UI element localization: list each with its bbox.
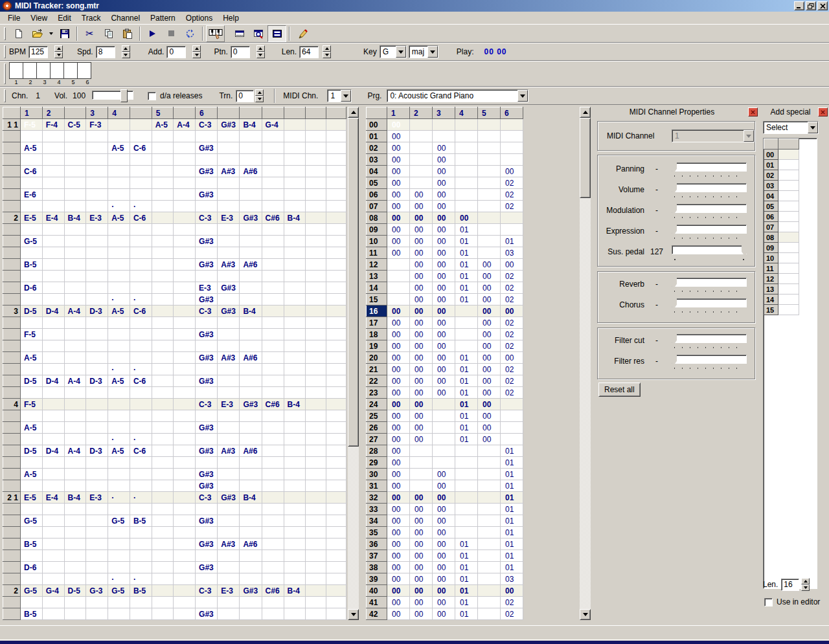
data-cell[interactable]: 00 — [387, 608, 410, 620]
volume-slider[interactable] — [92, 89, 133, 102]
note-cell[interactable]: G#3 — [240, 399, 262, 410]
note-cell[interactable] — [284, 364, 306, 375]
special-row-label[interactable]: 10 — [764, 253, 778, 263]
note-cell[interactable] — [64, 527, 86, 539]
slider-track[interactable] — [672, 204, 747, 213]
note-cell[interactable] — [306, 166, 326, 177]
row-label[interactable]: 42 — [367, 608, 387, 620]
note-cell[interactable]: D-4 — [42, 375, 64, 387]
note-cell[interactable] — [262, 387, 284, 399]
note-cell[interactable]: G#3 — [218, 305, 240, 317]
data-cell[interactable]: 00 — [387, 399, 410, 410]
note-cell[interactable]: C-6 — [130, 212, 152, 224]
note-cell[interactable]: B-4 — [240, 119, 262, 131]
note-cell[interactable]: C-6 — [21, 166, 43, 177]
data-cell[interactable] — [387, 282, 410, 294]
speed-input[interactable] — [96, 46, 115, 58]
data-cell[interactable]: 00 — [478, 340, 501, 352]
data-cell[interactable]: 00 — [478, 294, 501, 305]
note-cell[interactable] — [174, 177, 196, 189]
data-cell[interactable]: 00 — [478, 305, 501, 317]
data-cell[interactable]: 00 — [455, 212, 478, 224]
row-label[interactable]: 26 — [367, 422, 387, 434]
note-cell[interactable] — [152, 492, 174, 504]
note-cell[interactable] — [326, 608, 346, 620]
data-cell[interactable] — [478, 562, 501, 573]
transpose-stepper[interactable] — [255, 89, 264, 102]
note-cell[interactable] — [64, 166, 86, 177]
note-cell[interactable] — [108, 119, 130, 131]
note-cell[interactable] — [174, 340, 196, 352]
note-cell[interactable] — [42, 399, 64, 410]
note-cell[interactable] — [42, 189, 64, 201]
data-cell[interactable]: 02 — [501, 189, 523, 201]
note-cell[interactable]: C-6 — [130, 305, 152, 317]
note-cell[interactable]: F-5 — [21, 329, 43, 340]
note-cell[interactable] — [326, 492, 346, 504]
note-cell[interactable] — [306, 340, 326, 352]
note-cell[interactable]: A-5 — [21, 422, 43, 434]
toolbar-grip[interactable] — [4, 45, 6, 58]
note-cell[interactable] — [284, 504, 306, 515]
data-cell[interactable]: 00 — [410, 236, 433, 247]
data-cell[interactable] — [478, 480, 501, 492]
row-label[interactable]: 2 — [3, 585, 21, 597]
note-cell[interactable] — [152, 504, 174, 515]
note-cell[interactable] — [64, 271, 86, 282]
special-row-label[interactable]: 12 — [764, 274, 778, 284]
slider-thumb[interactable] — [670, 297, 677, 309]
note-cell[interactable] — [262, 562, 284, 573]
note-cell[interactable]: G-5 — [108, 515, 130, 527]
note-cell[interactable]: A-5 — [21, 469, 43, 480]
row-label[interactable] — [3, 573, 21, 585]
data-cell[interactable] — [410, 131, 433, 142]
note-cell[interactable] — [130, 317, 152, 329]
note-cell[interactable] — [86, 177, 108, 189]
note-cell[interactable] — [284, 352, 306, 364]
data-cell[interactable]: 00 — [478, 434, 501, 445]
midi-channel-combo[interactable]: 1 — [672, 129, 755, 142]
note-cell[interactable] — [326, 457, 346, 469]
data-cell[interactable]: 00 — [433, 154, 455, 166]
special-value-cell[interactable] — [778, 181, 799, 191]
data-cell[interactable]: 02 — [501, 294, 523, 305]
note-cell[interactable] — [174, 189, 196, 201]
note-cell[interactable]: · — [130, 492, 152, 504]
note-cell[interactable] — [130, 527, 152, 539]
data-cell[interactable]: 00 — [387, 364, 410, 375]
note-cell[interactable]: E-3 — [196, 282, 218, 294]
note-cell[interactable] — [108, 608, 130, 620]
note-cell[interactable] — [262, 445, 284, 457]
note-cell[interactable]: G#3 — [196, 469, 218, 480]
toolbar-grip[interactable] — [4, 89, 6, 102]
note-cell[interactable] — [108, 597, 130, 608]
note-cell[interactable]: B-4 — [284, 585, 306, 597]
close-panel-icon[interactable]: ✕ — [818, 107, 828, 117]
data-cell[interactable]: 00 — [387, 434, 410, 445]
note-cell[interactable] — [42, 422, 64, 434]
note-cell[interactable] — [42, 352, 64, 364]
note-cell[interactable] — [240, 469, 262, 480]
data-cell[interactable] — [478, 177, 501, 189]
note-cell[interactable] — [86, 608, 108, 620]
note-cell[interactable] — [326, 399, 346, 410]
data-cell[interactable]: 00 — [410, 340, 433, 352]
note-cell[interactable] — [218, 469, 240, 480]
note-cell[interactable] — [218, 154, 240, 166]
note-cell[interactable] — [108, 399, 130, 410]
note-cell[interactable] — [108, 340, 130, 352]
chevron-down-icon[interactable] — [396, 46, 406, 58]
data-cell[interactable]: 00 — [387, 212, 410, 224]
note-cell[interactable] — [108, 189, 130, 201]
note-cell[interactable] — [130, 539, 152, 550]
note-cell[interactable]: G#3 — [218, 492, 240, 504]
note-cell[interactable] — [152, 422, 174, 434]
note-cell[interactable]: A-4 — [64, 375, 86, 387]
data-cell[interactable]: 00 — [387, 154, 410, 166]
data-cell[interactable]: 00 — [478, 271, 501, 282]
note-cell[interactable]: B-5 — [21, 608, 43, 620]
note-cell[interactable] — [284, 142, 306, 154]
pattern-stepper[interactable] — [256, 45, 265, 58]
note-cell[interactable]: G#3 — [218, 119, 240, 131]
note-cell[interactable] — [64, 422, 86, 434]
